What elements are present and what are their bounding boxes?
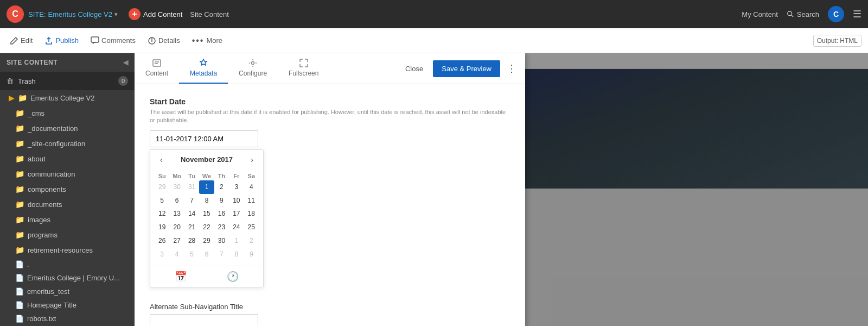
- tab-content[interactable]: Content: [135, 53, 179, 84]
- sidebar-file-emeritus[interactable]: 📄 Emeritus College | Emory U...: [0, 271, 135, 285]
- cal-day[interactable]: 22: [199, 221, 214, 234]
- comments-icon: [91, 36, 99, 45]
- cal-day[interactable]: 28: [184, 234, 199, 248]
- avatar[interactable]: C: [828, 6, 844, 22]
- cal-day[interactable]: 8: [199, 194, 214, 208]
- sidebar-folder-root[interactable]: ▶ 📁 Emeritus College V2: [0, 90, 135, 105]
- cal-day-selected[interactable]: 1: [199, 180, 214, 194]
- cal-day[interactable]: 12: [155, 207, 169, 221]
- sidebar-folder-documents[interactable]: 📁 documents: [0, 197, 135, 212]
- sidebar-file-homepage[interactable]: 📄 Homepage Title: [0, 298, 135, 312]
- alt-subnav-input[interactable]: [150, 314, 258, 326]
- dow-su: Su: [155, 172, 169, 180]
- tab-metadata-label: Metadata: [190, 70, 217, 77]
- cal-day[interactable]: 7: [214, 248, 229, 261]
- calendar-week-2: 5 6 7 8 9 10 11: [155, 194, 259, 208]
- output-select[interactable]: Output: HTML: [813, 35, 861, 47]
- cal-day[interactable]: 16: [214, 207, 229, 221]
- cal-day[interactable]: 24: [229, 221, 244, 234]
- cal-day[interactable]: 4: [169, 248, 184, 261]
- cal-day[interactable]: 9: [244, 248, 259, 261]
- next-month-button[interactable]: ›: [247, 154, 257, 165]
- cal-day[interactable]: 25: [244, 221, 259, 234]
- tab-metadata[interactable]: Metadata: [179, 53, 228, 84]
- cal-day[interactable]: 18: [244, 207, 259, 221]
- cal-day[interactable]: 29: [155, 180, 169, 194]
- edit-button[interactable]: Edit: [7, 34, 36, 47]
- hamburger-icon[interactable]: ☰: [853, 8, 861, 20]
- sidebar-file-dot[interactable]: 📄 .: [0, 258, 135, 271]
- more-button[interactable]: ••• More: [189, 34, 226, 48]
- sidebar-folder-config[interactable]: 📁 _site-configuration: [0, 136, 135, 151]
- cal-day[interactable]: 14: [184, 207, 199, 221]
- sidebar-folder-retirement[interactable]: 📁 retirement-resources: [0, 242, 135, 258]
- cal-day[interactable]: 31: [184, 180, 199, 194]
- output-selector-area: Output: HTML: [813, 35, 861, 47]
- sidebar-folder-cms[interactable]: 📁 _cms: [0, 105, 135, 121]
- start-date-input[interactable]: [150, 130, 258, 147]
- cal-day[interactable]: 10: [229, 194, 244, 208]
- publish-button[interactable]: Publish: [41, 34, 82, 47]
- comments-button[interactable]: Comments: [87, 34, 139, 47]
- site-content-link[interactable]: Site Content: [190, 10, 229, 18]
- close-button[interactable]: Close: [400, 61, 429, 76]
- file-label: robots.txt: [27, 315, 56, 323]
- cal-day[interactable]: 5: [155, 194, 169, 208]
- my-content-link[interactable]: My Content: [742, 10, 777, 18]
- cal-day[interactable]: 1: [229, 234, 244, 248]
- folder-icon: 📁: [15, 230, 24, 239]
- modal-more-button[interactable]: ⋮: [505, 60, 519, 77]
- cal-day[interactable]: 9: [214, 194, 229, 208]
- cal-day[interactable]: 8: [229, 248, 244, 261]
- save-preview-button[interactable]: Save & Preview: [433, 60, 500, 77]
- cal-day[interactable]: 21: [184, 221, 199, 234]
- cal-day[interactable]: 3: [229, 180, 244, 194]
- cal-day[interactable]: 11: [244, 194, 259, 208]
- cal-day[interactable]: 20: [169, 221, 184, 234]
- cal-day[interactable]: 2: [214, 180, 229, 194]
- sidebar-folder-docs[interactable]: 📁 _documentation: [0, 121, 135, 136]
- cal-day[interactable]: 2: [244, 234, 259, 248]
- prev-month-button[interactable]: ‹: [157, 154, 166, 165]
- dow-mo: Mo: [169, 172, 184, 180]
- cal-day[interactable]: 23: [214, 221, 229, 234]
- cal-day[interactable]: 6: [169, 194, 184, 208]
- calendar-time-icon[interactable]: 🕐: [227, 271, 239, 283]
- cal-day[interactable]: 13: [169, 207, 184, 221]
- sidebar-folder-images[interactable]: 📁 images: [0, 212, 135, 227]
- cal-day[interactable]: 26: [155, 234, 169, 248]
- cal-day[interactable]: 3: [155, 248, 169, 261]
- sidebar-folder-about[interactable]: 📁 about: [0, 151, 135, 166]
- site-selector[interactable]: SITE: Emeritus College V2 ▾: [28, 10, 118, 18]
- sidebar-folder-comm[interactable]: 📁 communication: [0, 166, 135, 181]
- app-logo[interactable]: C: [7, 5, 24, 23]
- cal-day[interactable]: 6: [199, 248, 214, 261]
- calendar-week-4: 19 20 21 22 23 24 25: [155, 221, 259, 234]
- calendar-week-6: 3 4 5 6 7 8 9: [155, 248, 259, 261]
- cal-day[interactable]: 4: [244, 180, 259, 194]
- cal-day[interactable]: 30: [169, 180, 184, 194]
- cal-day[interactable]: 15: [199, 207, 214, 221]
- cal-day[interactable]: 5: [184, 248, 199, 261]
- sidebar-collapse-icon[interactable]: ◀: [123, 59, 129, 66]
- cal-day[interactable]: 29: [199, 234, 214, 248]
- search-button[interactable]: Search: [787, 10, 819, 18]
- calendar-date-icon[interactable]: 📅: [175, 271, 187, 283]
- sidebar-file-test[interactable]: 📄 emeritus_test: [0, 285, 135, 298]
- cal-day[interactable]: 27: [169, 234, 184, 248]
- sidebar-trash[interactable]: 🗑 Trash 0: [0, 72, 135, 90]
- folder-label: _documentation: [28, 124, 78, 133]
- details-button[interactable]: Details: [144, 34, 183, 47]
- calendar-grid: Su Mo Tu We Th Fr Sa 29 30: [150, 170, 263, 266]
- cal-day[interactable]: 17: [229, 207, 244, 221]
- sidebar-folder-components[interactable]: 📁 components: [0, 181, 135, 197]
- add-content-button[interactable]: + Add Content: [129, 8, 182, 20]
- file-icon: 📄: [15, 260, 24, 268]
- sidebar-folder-programs[interactable]: 📁 programs: [0, 227, 135, 242]
- sidebar-file-robots[interactable]: 📄 robots.txt: [0, 312, 135, 325]
- cal-day[interactable]: 19: [155, 221, 169, 234]
- tab-fullscreen[interactable]: Fullscreen: [278, 53, 329, 84]
- cal-day[interactable]: 7: [184, 194, 199, 208]
- cal-day[interactable]: 30: [214, 234, 229, 248]
- tab-configure[interactable]: Configure: [228, 53, 278, 84]
